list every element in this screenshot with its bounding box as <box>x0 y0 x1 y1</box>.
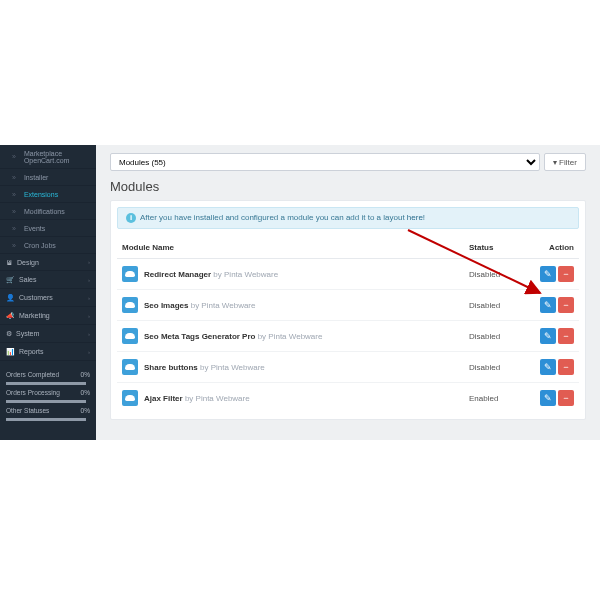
minus-icon: − <box>563 393 568 403</box>
sidebar-item-marketplace[interactable]: Marketplace OpenCart.com <box>0 145 96 169</box>
modules-table: Module Name Status Action Redirect Manag… <box>117 237 579 413</box>
sidebar-item-label: Customers <box>19 294 53 301</box>
module-status: Enabled <box>464 383 519 414</box>
table-row: Seo Images by Pinta WebwareDisabled✎− <box>117 290 579 321</box>
sidebar-item-label: Marketplace OpenCart.com <box>24 150 90 164</box>
module-icon <box>122 390 138 406</box>
sidebar-item-label: Cron Jobs <box>24 242 56 249</box>
module-status: Disabled <box>464 259 519 290</box>
share-icon: 📣 <box>6 312 15 320</box>
sidebar-item-label: Sales <box>19 276 37 283</box>
edit-button[interactable]: ✎ <box>540 266 556 282</box>
sidebar-item-customers[interactable]: 👤Customers› <box>0 289 96 307</box>
minus-icon: − <box>563 331 568 341</box>
minus-icon: − <box>563 362 568 372</box>
module-name-cell: Share buttons by Pinta Webware <box>122 359 459 375</box>
sidebar-item-system[interactable]: ⚙System› <box>0 325 96 343</box>
module-icon <box>122 328 138 344</box>
delete-button[interactable]: − <box>558 297 574 313</box>
table-row: Redirect Manager by Pinta WebwareDisable… <box>117 259 579 290</box>
edit-button[interactable]: ✎ <box>540 297 556 313</box>
cart-icon: 🛒 <box>6 276 15 284</box>
sidebar-item-installer[interactable]: Installer <box>0 169 96 186</box>
module-title: Share buttons <box>144 363 198 372</box>
module-icon <box>122 359 138 375</box>
module-status: Disabled <box>464 290 519 321</box>
module-name-cell: Ajax Filter by Pinta Webware <box>122 390 459 406</box>
delete-button[interactable]: − <box>558 328 574 344</box>
module-author: by Pinta Webware <box>211 270 278 279</box>
stat-other-statuses: Other Statuses0% <box>6 407 90 414</box>
sidebar-item-reports[interactable]: 📊Reports› <box>0 343 96 361</box>
chevron-right-icon: › <box>88 313 90 319</box>
chevron-right-icon: › <box>88 277 90 283</box>
module-icon <box>122 297 138 313</box>
sidebar-item-events[interactable]: Events <box>0 220 96 237</box>
filter-icon: ▾ <box>553 158 557 167</box>
info-alert: iAfter you have installed and configured… <box>117 207 579 229</box>
module-author: by Pinta Webware <box>188 301 255 310</box>
pencil-icon: ✎ <box>544 300 552 310</box>
sidebar-item-modifications[interactable]: Modifications <box>0 203 96 220</box>
sidebar-item-label: Modifications <box>24 208 65 215</box>
sidebar-item-label: Design <box>17 259 39 266</box>
user-icon: 👤 <box>6 294 15 302</box>
module-title: Seo Meta Tags Generator Pro <box>144 332 255 341</box>
module-status: Disabled <box>464 321 519 352</box>
page-title: Modules <box>110 179 586 194</box>
module-title: Seo Images <box>144 301 188 310</box>
module-name-cell: Redirect Manager by Pinta Webware <box>122 266 459 282</box>
chevron-right-icon: › <box>88 349 90 355</box>
col-action: Action <box>519 237 579 259</box>
minus-icon: − <box>563 300 568 310</box>
main-content: Modules (55) ▾Filter Modules iAfter you … <box>96 145 600 440</box>
edit-button[interactable]: ✎ <box>540 390 556 406</box>
sidebar-item-extensions[interactable]: Extensions <box>0 186 96 203</box>
delete-button[interactable]: − <box>558 266 574 282</box>
pencil-icon: ✎ <box>544 393 552 403</box>
edit-button[interactable]: ✎ <box>540 328 556 344</box>
minus-icon: − <box>563 269 568 279</box>
module-status: Disabled <box>464 352 519 383</box>
col-status: Status <box>464 237 519 259</box>
col-module-name: Module Name <box>117 237 464 259</box>
desktop-icon: 🖥 <box>6 259 13 266</box>
delete-button[interactable]: − <box>558 359 574 375</box>
delete-button[interactable]: − <box>558 390 574 406</box>
pencil-icon: ✎ <box>544 331 552 341</box>
sidebar-item-label: Extensions <box>24 191 58 198</box>
module-title: Ajax Filter <box>144 394 183 403</box>
pencil-icon: ✎ <box>544 269 552 279</box>
sidebar-item-label: Marketing <box>19 312 50 319</box>
chart-icon: 📊 <box>6 348 15 356</box>
sidebar-item-label: Reports <box>19 348 44 355</box>
chevron-right-icon: › <box>88 331 90 337</box>
table-row: Seo Meta Tags Generator Pro by Pinta Web… <box>117 321 579 352</box>
module-author: by Pinta Webware <box>255 332 322 341</box>
sidebar-item-sales[interactable]: 🛒Sales› <box>0 271 96 289</box>
module-icon <box>122 266 138 282</box>
edit-button[interactable]: ✎ <box>540 359 556 375</box>
sidebar-item-marketing[interactable]: 📣Marketing› <box>0 307 96 325</box>
filter-bar: Modules (55) ▾Filter <box>110 153 586 171</box>
table-row: Ajax Filter by Pinta WebwareEnabled✎− <box>117 383 579 414</box>
sidebar-item-label: System <box>16 330 39 337</box>
table-row: Share buttons by Pinta WebwareDisabled✎− <box>117 352 579 383</box>
alert-here-link[interactable]: here <box>407 213 423 222</box>
module-author: by Pinta Webware <box>183 394 250 403</box>
extension-type-select[interactable]: Modules (55) <box>110 153 540 171</box>
sidebar-item-design[interactable]: 🖥Design› <box>0 254 96 271</box>
pencil-icon: ✎ <box>544 362 552 372</box>
info-icon: i <box>126 213 136 223</box>
gear-icon: ⚙ <box>6 330 12 338</box>
stat-orders-processing: Orders Processing0% <box>6 389 90 396</box>
sidebar-item-cronjobs[interactable]: Cron Jobs <box>0 237 96 254</box>
sidebar-item-label: Installer <box>24 174 49 181</box>
module-author: by Pinta Webware <box>198 363 265 372</box>
chevron-right-icon: › <box>88 295 90 301</box>
sidebar-item-label: Events <box>24 225 45 232</box>
module-name-cell: Seo Images by Pinta Webware <box>122 297 459 313</box>
module-title: Redirect Manager <box>144 270 211 279</box>
filter-button[interactable]: ▾Filter <box>544 153 586 171</box>
module-name-cell: Seo Meta Tags Generator Pro by Pinta Web… <box>122 328 459 344</box>
